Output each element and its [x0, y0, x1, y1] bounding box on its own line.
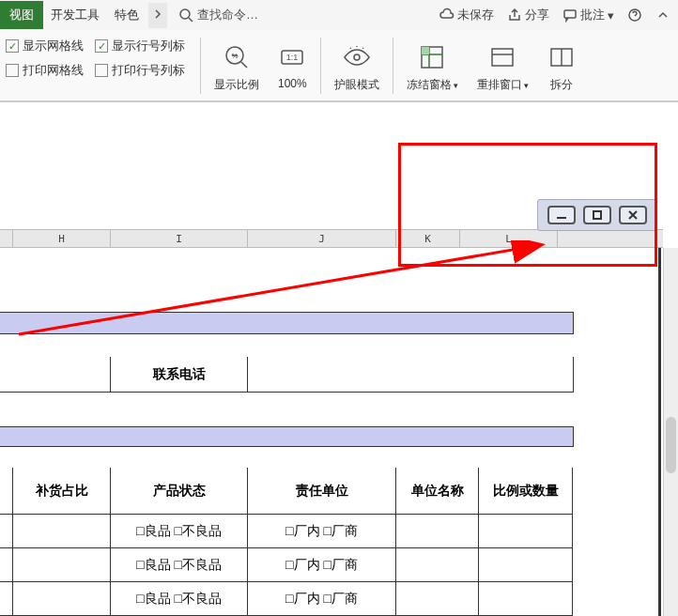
rearrange-window-button[interactable]: 重排窗口▾ — [468, 38, 538, 97]
collapse-button[interactable] — [655, 8, 670, 23]
window-icon — [488, 43, 516, 71]
search-command[interactable]: 查找命令… — [178, 7, 258, 23]
th-status: 产品状态 — [111, 468, 248, 515]
banner-row-2 — [0, 426, 574, 447]
close-button[interactable] — [619, 206, 647, 224]
separator — [393, 38, 393, 94]
zoom-ratio-button[interactable]: % 显示比例 — [205, 38, 269, 97]
help-icon — [627, 8, 642, 23]
chevron-down-icon: ▾ — [524, 81, 529, 90]
print-rowcol-checkbox[interactable]: 打印行号列标 — [95, 62, 185, 79]
tab-more[interactable] — [148, 3, 167, 28]
column-headers: H I J K L — [0, 229, 663, 248]
col-header-K[interactable]: K — [396, 230, 460, 247]
document-window-controls — [537, 199, 657, 231]
comment-icon — [562, 8, 578, 23]
chevron-down-icon: ▾ — [608, 8, 614, 23]
svg-point-0 — [180, 9, 190, 19]
banner-row — [0, 312, 574, 334]
tab-features[interactable]: 特色 — [107, 1, 146, 29]
svg-rect-1 — [564, 10, 576, 18]
svg-text:1:1: 1:1 — [286, 53, 299, 62]
chevron-up-icon — [655, 8, 670, 23]
freeze-pane-button[interactable]: 冻结窗格▾ — [397, 38, 468, 97]
help-button[interactable] — [627, 8, 642, 23]
eye-icon — [341, 43, 373, 71]
col-header-L[interactable]: L — [460, 230, 558, 247]
checkbox-icon — [6, 64, 19, 77]
col-header-blank[interactable] — [0, 230, 13, 247]
col-header-H[interactable]: H — [13, 230, 111, 247]
search-label: 查找命令… — [197, 7, 258, 23]
sheet-body[interactable]: 联系电话 补货占比 产品状态 责任单位 单位名称 比例或数量 □良品 □不良品 … — [0, 248, 661, 616]
maximize-icon — [591, 208, 604, 222]
close-icon — [626, 208, 639, 222]
freeze-icon — [418, 43, 446, 71]
toolbar-view-options: 显示网格线 显示行号列标 打印网格线 打印行号列标 — [6, 38, 185, 79]
split-icon — [547, 43, 576, 71]
separator — [320, 38, 321, 94]
share-icon — [507, 8, 522, 23]
search-icon — [178, 8, 193, 23]
svg-point-7 — [354, 54, 360, 60]
th-unit: 责任单位 — [248, 468, 396, 515]
sheet-content: 联系电话 补货占比 产品状态 责任单位 单位名称 比例或数量 □良品 □不良品 … — [0, 312, 574, 616]
chevron-right-icon — [154, 8, 162, 20]
col-header-J[interactable]: J — [248, 230, 396, 247]
ribbon: 视图 开发工具 特色 查找命令… 未保存 分享 批注 ▾ — [0, 0, 678, 102]
toolbar: 显示网格线 显示行号列标 打印网格线 打印行号列标 — [0, 30, 678, 101]
table-row: □良品 □不良品 □厂内 □厂商 — [0, 582, 574, 616]
checkbox-icon — [95, 64, 108, 77]
ratio-icon: 1:1 — [278, 43, 306, 71]
scrollbar-thumb[interactable] — [666, 417, 676, 473]
svg-text:%: % — [231, 52, 238, 60]
tabs-bar: 视图 开发工具 特色 查找命令… 未保存 分享 批注 ▾ — [0, 0, 678, 30]
show-rowcol-checkbox[interactable]: 显示行号列标 — [95, 38, 185, 54]
th-unitname: 单位名称 — [396, 468, 479, 515]
zoom-icon: % — [223, 43, 251, 71]
svg-rect-10 — [492, 49, 513, 66]
show-gridlines-checkbox[interactable]: 显示网格线 — [6, 38, 84, 54]
th-replenish: 补货占比 — [13, 468, 111, 515]
unsaved-status[interactable]: 未保存 — [439, 7, 494, 23]
comment-button[interactable]: 批注 ▾ — [562, 7, 614, 23]
contact-phone-label: 联系电话 — [111, 357, 248, 393]
table-row: □良品 □不良品 □厂内 □厂商 — [0, 548, 574, 582]
contact-row: 联系电话 — [0, 357, 574, 393]
chevron-down-icon: ▾ — [454, 81, 458, 90]
maximize-button[interactable] — [583, 206, 611, 224]
cloud-icon — [439, 8, 455, 23]
checkbox-icon — [95, 39, 108, 53]
tab-devtools[interactable]: 开发工具 — [43, 1, 107, 29]
zoom-100-button[interactable]: 1:1 100% — [269, 38, 316, 94]
print-gridlines-checkbox[interactable]: 打印网格线 — [6, 62, 84, 79]
svg-rect-12 — [593, 211, 601, 219]
table-row: □良品 □不良品 □厂内 □厂商 — [0, 515, 574, 548]
minimize-icon — [555, 208, 568, 222]
table-header-row: 补货占比 产品状态 责任单位 单位名称 比例或数量 — [0, 468, 574, 515]
tab-view[interactable]: 视图 — [0, 1, 43, 29]
split-button[interactable]: 拆分 — [538, 38, 585, 97]
eye-protect-button[interactable]: 护眼模式 — [325, 38, 389, 97]
share-button[interactable]: 分享 — [507, 7, 549, 23]
separator — [200, 38, 201, 94]
col-header-I[interactable]: I — [111, 230, 248, 247]
minimize-button[interactable] — [547, 206, 576, 224]
svg-rect-9 — [422, 47, 429, 54]
vertical-scrollbar[interactable] — [663, 248, 678, 616]
checkbox-icon — [6, 39, 19, 53]
top-right-controls: 未保存 分享 批注 ▾ — [439, 7, 678, 23]
th-ratio: 比例或数量 — [479, 468, 573, 515]
